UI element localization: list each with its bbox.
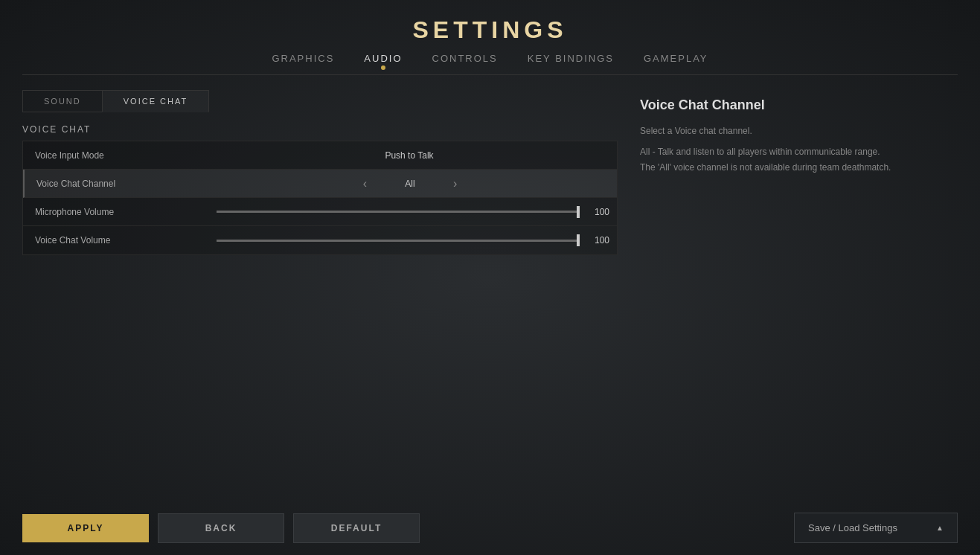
info-desc-3-text: The 'All' voice channel is not available… <box>640 162 891 173</box>
apply-button[interactable]: APPLY <box>22 514 149 542</box>
channel-current-value: All <box>388 179 432 189</box>
channel-selector: ‹ All › <box>203 174 617 193</box>
microphone-volume-fill <box>217 211 578 213</box>
page-title: SETTINGS <box>0 16 980 44</box>
default-button[interactable]: DEFAULT <box>293 513 420 543</box>
chevron-up-icon: ▲ <box>936 524 944 532</box>
left-panel: SOUND VOICE CHAT VOICE CHAT Voice Input … <box>22 90 618 501</box>
voice-chat-volume-thumb[interactable] <box>577 234 580 246</box>
voice-chat-volume-track[interactable] <box>217 240 578 242</box>
tab-graphics[interactable]: GRAPHICS <box>272 53 334 68</box>
voice-input-mode-label: Voice Input Mode <box>23 150 202 161</box>
setting-row-voice-chat-channel: Voice Chat Channel ‹ All › <box>23 170 617 198</box>
microphone-volume-slider-container: 100 <box>202 207 617 217</box>
microphone-volume-value: 100 <box>587 207 609 217</box>
voice-input-mode-value: Push to Talk <box>202 150 617 161</box>
microphone-volume-label: Microphone Volume <box>23 207 202 217</box>
voice-chat-channel-label: Voice Chat Channel <box>25 179 203 189</box>
right-panel: Voice Chat Channel Select a Voice chat c… <box>640 90 958 501</box>
setting-row-voice-chat-volume: Voice Chat Volume 100 <box>23 226 617 254</box>
info-title: Voice Chat Channel <box>640 97 958 113</box>
info-desc-2-text: All - Talk and listen to all players wit… <box>640 147 880 157</box>
sub-tab-voice-chat[interactable]: VOICE CHAT <box>102 90 209 112</box>
voice-chat-volume-value: 100 <box>587 235 609 246</box>
tab-key-bindings[interactable]: KEY BINDINGS <box>528 53 614 68</box>
info-desc-1: Select a Voice chat channel. <box>640 123 958 138</box>
channel-next-button[interactable]: › <box>447 174 463 193</box>
setting-row-microphone-volume: Microphone Volume 100 <box>23 198 617 226</box>
save-load-label: Save / Load Settings <box>808 522 897 533</box>
section-title: VOICE CHAT <box>22 124 618 135</box>
tab-audio[interactable]: AUDIO <box>364 53 402 68</box>
back-button[interactable]: BACK <box>158 513 284 543</box>
voice-chat-volume-slider-container: 100 <box>202 235 617 246</box>
footer: APPLY BACK DEFAULT Save / Load Settings … <box>0 501 980 555</box>
settings-container: Voice Input Mode Push to Talk Voice Chat… <box>22 141 618 255</box>
channel-prev-button[interactable]: ‹ <box>357 174 373 193</box>
voice-chat-volume-fill <box>217 240 578 242</box>
save-load-button[interactable]: Save / Load Settings ▲ <box>794 513 958 543</box>
tab-gameplay[interactable]: GAMEPLAY <box>644 53 708 68</box>
info-desc-2: All - Talk and listen to all players wit… <box>640 144 958 175</box>
voice-chat-volume-label: Voice Chat Volume <box>23 235 202 246</box>
sub-tabs: SOUND VOICE CHAT <box>22 90 618 112</box>
sub-tab-sound[interactable]: SOUND <box>22 90 102 112</box>
microphone-volume-thumb[interactable] <box>577 206 580 218</box>
nav-tabs: GRAPHICS AUDIO CONTROLS KEY BINDINGS GAM… <box>0 53 980 74</box>
tab-controls[interactable]: CONTROLS <box>432 53 498 68</box>
microphone-volume-track[interactable] <box>217 211 578 213</box>
setting-row-voice-input-mode: Voice Input Mode Push to Talk <box>23 141 617 170</box>
